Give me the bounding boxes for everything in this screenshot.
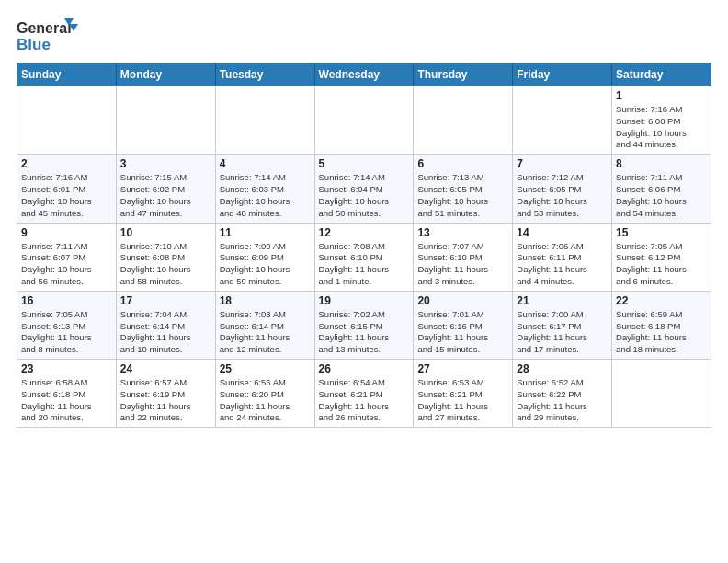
calendar-cell: 22Sunrise: 6:59 AM Sunset: 6:18 PM Dayli… <box>612 291 711 359</box>
calendar-week-row: 16Sunrise: 7:05 AM Sunset: 6:13 PM Dayli… <box>17 291 711 359</box>
calendar-body: 1Sunrise: 7:16 AM Sunset: 6:00 PM Daylig… <box>17 86 711 428</box>
day-number: 11 <box>220 226 311 239</box>
day-info: Sunrise: 6:58 AM Sunset: 6:18 PM Dayligh… <box>21 377 112 424</box>
day-number: 6 <box>417 157 508 170</box>
calendar: SundayMondayTuesdayWednesdayThursdayFrid… <box>17 63 711 428</box>
weekday-header-cell: Friday <box>513 63 612 86</box>
day-number: 3 <box>120 157 211 170</box>
calendar-cell: 6Sunrise: 7:13 AM Sunset: 6:05 PM Daylig… <box>414 155 513 223</box>
calendar-week-row: 2Sunrise: 7:16 AM Sunset: 6:01 PM Daylig… <box>17 155 711 223</box>
calendar-cell: 18Sunrise: 7:03 AM Sunset: 6:14 PM Dayli… <box>215 291 314 359</box>
calendar-cell: 28Sunrise: 6:52 AM Sunset: 6:22 PM Dayli… <box>513 360 612 428</box>
calendar-cell <box>414 86 513 155</box>
day-number: 2 <box>21 157 112 170</box>
day-number: 16 <box>21 294 112 307</box>
day-info: Sunrise: 7:03 AM Sunset: 6:14 PM Dayligh… <box>220 309 311 356</box>
weekday-header-cell: Saturday <box>612 63 711 86</box>
day-info: Sunrise: 6:54 AM Sunset: 6:21 PM Dayligh… <box>319 377 410 424</box>
day-number: 12 <box>319 226 410 239</box>
calendar-cell: 14Sunrise: 7:06 AM Sunset: 6:11 PM Dayli… <box>513 223 612 291</box>
calendar-week-row: 9Sunrise: 7:11 AM Sunset: 6:07 PM Daylig… <box>17 223 711 291</box>
weekday-header-row: SundayMondayTuesdayWednesdayThursdayFrid… <box>17 63 711 86</box>
day-number: 14 <box>517 226 608 239</box>
calendar-cell <box>513 86 612 155</box>
day-info: Sunrise: 7:13 AM Sunset: 6:05 PM Dayligh… <box>417 172 508 219</box>
day-info: Sunrise: 7:16 AM Sunset: 6:01 PM Dayligh… <box>21 172 112 219</box>
day-number: 10 <box>120 226 211 239</box>
day-number: 9 <box>21 226 112 239</box>
day-number: 17 <box>120 294 211 307</box>
day-number: 20 <box>417 294 508 307</box>
calendar-cell: 7Sunrise: 7:12 AM Sunset: 6:05 PM Daylig… <box>513 155 612 223</box>
calendar-cell: 1Sunrise: 7:16 AM Sunset: 6:00 PM Daylig… <box>612 86 711 155</box>
day-number: 22 <box>616 294 707 307</box>
calendar-week-row: 1Sunrise: 7:16 AM Sunset: 6:00 PM Daylig… <box>17 86 711 155</box>
calendar-cell: 8Sunrise: 7:11 AM Sunset: 6:06 PM Daylig… <box>612 155 711 223</box>
day-number: 21 <box>517 294 608 307</box>
day-info: Sunrise: 7:01 AM Sunset: 6:16 PM Dayligh… <box>417 309 508 356</box>
calendar-cell: 17Sunrise: 7:04 AM Sunset: 6:14 PM Dayli… <box>116 291 215 359</box>
calendar-cell: 16Sunrise: 7:05 AM Sunset: 6:13 PM Dayli… <box>17 291 117 359</box>
day-info: Sunrise: 7:05 AM Sunset: 6:12 PM Dayligh… <box>616 241 707 288</box>
day-number: 25 <box>220 362 311 375</box>
weekday-header-cell: Wednesday <box>314 63 414 86</box>
calendar-cell <box>612 360 711 428</box>
day-number: 24 <box>120 362 211 375</box>
logo-area: GeneralBlue <box>17 17 90 57</box>
day-info: Sunrise: 6:59 AM Sunset: 6:18 PM Dayligh… <box>616 309 707 356</box>
svg-text:Blue: Blue <box>17 36 51 53</box>
day-number: 28 <box>517 362 608 375</box>
day-number: 23 <box>21 362 112 375</box>
day-info: Sunrise: 7:16 AM Sunset: 6:00 PM Dayligh… <box>616 104 707 151</box>
day-number: 27 <box>417 362 508 375</box>
calendar-cell: 27Sunrise: 6:53 AM Sunset: 6:21 PM Dayli… <box>414 360 513 428</box>
calendar-cell <box>116 86 215 155</box>
day-info: Sunrise: 7:15 AM Sunset: 6:02 PM Dayligh… <box>120 172 211 219</box>
calendar-cell: 2Sunrise: 7:16 AM Sunset: 6:01 PM Daylig… <box>17 155 117 223</box>
day-number: 7 <box>517 157 608 170</box>
weekday-header-cell: Monday <box>116 63 215 86</box>
calendar-cell: 3Sunrise: 7:15 AM Sunset: 6:02 PM Daylig… <box>116 155 215 223</box>
day-number: 19 <box>319 294 410 307</box>
weekday-header-cell: Tuesday <box>215 63 314 86</box>
calendar-cell: 10Sunrise: 7:10 AM Sunset: 6:08 PM Dayli… <box>116 223 215 291</box>
day-number: 4 <box>220 157 311 170</box>
calendar-cell: 21Sunrise: 7:00 AM Sunset: 6:17 PM Dayli… <box>513 291 612 359</box>
day-info: Sunrise: 7:14 AM Sunset: 6:03 PM Dayligh… <box>220 172 311 219</box>
svg-text:General: General <box>17 20 72 36</box>
day-info: Sunrise: 7:11 AM Sunset: 6:06 PM Dayligh… <box>616 172 707 219</box>
calendar-cell: 26Sunrise: 6:54 AM Sunset: 6:21 PM Dayli… <box>314 360 414 428</box>
calendar-cell <box>314 86 414 155</box>
calendar-cell: 9Sunrise: 7:11 AM Sunset: 6:07 PM Daylig… <box>17 223 117 291</box>
calendar-cell: 25Sunrise: 6:56 AM Sunset: 6:20 PM Dayli… <box>215 360 314 428</box>
day-number: 18 <box>220 294 311 307</box>
day-info: Sunrise: 7:08 AM Sunset: 6:10 PM Dayligh… <box>319 241 410 288</box>
day-info: Sunrise: 6:53 AM Sunset: 6:21 PM Dayligh… <box>417 377 508 424</box>
day-info: Sunrise: 7:02 AM Sunset: 6:15 PM Dayligh… <box>319 309 410 356</box>
calendar-cell: 12Sunrise: 7:08 AM Sunset: 6:10 PM Dayli… <box>314 223 414 291</box>
day-info: Sunrise: 7:07 AM Sunset: 6:10 PM Dayligh… <box>417 241 508 288</box>
calendar-cell: 19Sunrise: 7:02 AM Sunset: 6:15 PM Dayli… <box>314 291 414 359</box>
day-info: Sunrise: 7:11 AM Sunset: 6:07 PM Dayligh… <box>21 241 112 288</box>
calendar-week-row: 23Sunrise: 6:58 AM Sunset: 6:18 PM Dayli… <box>17 360 711 428</box>
page: GeneralBlue SundayMondayTuesdayWednesday… <box>0 0 728 437</box>
calendar-cell: 13Sunrise: 7:07 AM Sunset: 6:10 PM Dayli… <box>414 223 513 291</box>
day-info: Sunrise: 7:06 AM Sunset: 6:11 PM Dayligh… <box>517 241 608 288</box>
day-info: Sunrise: 7:10 AM Sunset: 6:08 PM Dayligh… <box>120 241 211 288</box>
day-info: Sunrise: 7:12 AM Sunset: 6:05 PM Dayligh… <box>517 172 608 219</box>
calendar-cell <box>17 86 117 155</box>
day-number: 8 <box>616 157 707 170</box>
day-number: 15 <box>616 226 707 239</box>
calendar-cell: 5Sunrise: 7:14 AM Sunset: 6:04 PM Daylig… <box>314 155 414 223</box>
day-info: Sunrise: 7:00 AM Sunset: 6:17 PM Dayligh… <box>517 309 608 356</box>
day-info: Sunrise: 7:04 AM Sunset: 6:14 PM Dayligh… <box>120 309 211 356</box>
day-info: Sunrise: 6:52 AM Sunset: 6:22 PM Dayligh… <box>517 377 608 424</box>
header: GeneralBlue <box>17 17 711 57</box>
weekday-header-cell: Sunday <box>17 63 117 86</box>
calendar-cell <box>215 86 314 155</box>
logo-svg: GeneralBlue <box>17 17 90 57</box>
day-info: Sunrise: 7:05 AM Sunset: 6:13 PM Dayligh… <box>21 309 112 356</box>
calendar-cell: 20Sunrise: 7:01 AM Sunset: 6:16 PM Dayli… <box>414 291 513 359</box>
day-info: Sunrise: 7:09 AM Sunset: 6:09 PM Dayligh… <box>220 241 311 288</box>
calendar-cell: 24Sunrise: 6:57 AM Sunset: 6:19 PM Dayli… <box>116 360 215 428</box>
